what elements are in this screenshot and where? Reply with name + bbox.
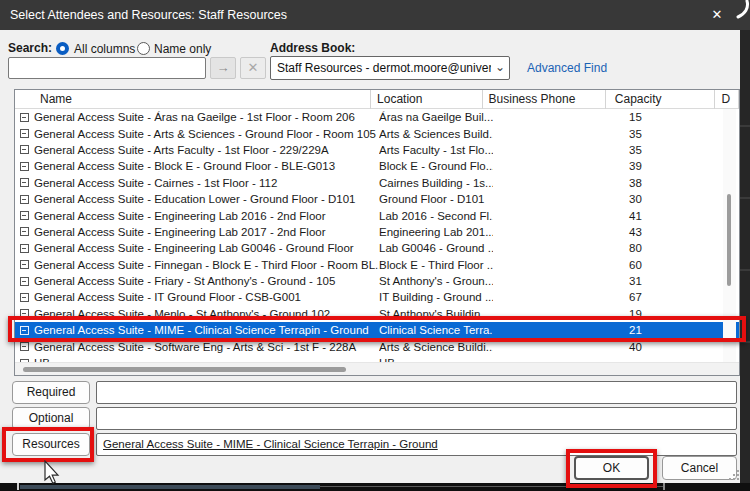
table-row[interactable]: General Access Suite - Software Eng - Ar… xyxy=(15,338,739,354)
cell-name: General Access Suite - Arts & Sciences -… xyxy=(34,128,379,140)
cell-cap: 67 xyxy=(619,291,721,303)
table-row[interactable]: General Access Suite - Áras na Gaeilge -… xyxy=(15,109,739,125)
table-row[interactable]: General Access Suite - Menlo - St Anthon… xyxy=(15,306,739,322)
contact-card-icon xyxy=(20,277,29,286)
cell-name: General Access Suite - Engineering Lab G… xyxy=(34,242,379,254)
ok-button[interactable]: OK xyxy=(574,456,649,480)
select-attendees-dialog: Select Attendees and Resources: Staff Re… xyxy=(0,0,740,483)
contact-card-icon xyxy=(20,260,29,269)
table-row[interactable]: General Access Suite - Engineering Lab 2… xyxy=(15,224,739,240)
optional-button[interactable]: Optional xyxy=(12,407,90,430)
contact-card-icon xyxy=(20,162,29,171)
contact-card-icon xyxy=(20,178,29,187)
table-row[interactable]: General Access Suite - Friary - St Antho… xyxy=(15,273,739,289)
address-book-value: Staff Resources - dermot.moore@universit xyxy=(277,57,491,79)
cell-name: General Access Suite - Menlo - St Anthon… xyxy=(34,308,379,320)
table-row[interactable]: HB ...HB... xyxy=(15,355,739,362)
contact-card-icon xyxy=(20,129,29,138)
cell-loc: Arts Faculty - 1st Flo... xyxy=(379,144,493,156)
table-row[interactable]: General Access Suite - Engineering Lab G… xyxy=(15,240,739,256)
resize-grip-icon[interactable] xyxy=(727,469,740,482)
advanced-find-link[interactable]: Advanced Find xyxy=(527,61,607,75)
cell-loc: Arts & Sciences Build... xyxy=(379,128,493,140)
cell-name: General Access Suite - Friary - St Antho… xyxy=(34,275,379,287)
table-row[interactable]: General Access Suite - Finnegan - Block … xyxy=(15,257,739,273)
address-book-dropdown[interactable]: Staff Resources - dermot.moore@universit… xyxy=(270,56,510,80)
cell-cap: 39 xyxy=(619,160,721,172)
column-header-location[interactable]: Location xyxy=(371,90,483,109)
cell-cap: 15 xyxy=(619,111,721,123)
radio-name-only[interactable] xyxy=(137,42,150,55)
cell-loc: IT Building - Ground ... xyxy=(379,291,493,303)
search-label: Search: xyxy=(8,41,52,55)
resources-button[interactable]: Resources xyxy=(12,433,90,456)
column-header-d[interactable]: D xyxy=(715,90,739,109)
optional-field[interactable] xyxy=(96,407,737,430)
cell-name: General Access Suite - Finnegan - Block … xyxy=(34,259,379,271)
table-row[interactable]: General Access Suite - Engineering Lab 2… xyxy=(15,207,739,223)
table-row[interactable]: General Access Suite - Education Lower -… xyxy=(15,191,739,207)
contact-card-icon xyxy=(20,342,29,351)
cell-loc: Ground Floor - D101 xyxy=(379,193,493,205)
cell-name: General Access Suite - Áras na Gaeilge -… xyxy=(34,111,379,123)
vertical-scrollbar[interactable] xyxy=(723,109,736,362)
cell-loc: Engineering Lab 201... xyxy=(379,226,493,238)
search-input[interactable] xyxy=(8,57,206,79)
cell-cap: 60 xyxy=(619,259,721,271)
close-icon[interactable]: ✕ xyxy=(698,0,736,30)
cell-cap: 35 xyxy=(619,144,721,156)
cell-name: General Access Suite - Engineering Lab 2… xyxy=(34,210,379,222)
list-header-row: NameLocationBusiness PhoneCapacityD xyxy=(15,90,739,109)
cell-loc: Lab G0046 - Ground ... xyxy=(379,242,493,254)
required-button[interactable]: Required xyxy=(12,381,90,404)
cell-cap: 43 xyxy=(619,226,721,238)
cell-loc: Block E - Ground Flo... xyxy=(379,160,493,172)
screen: Select Attendees and Resources: Staff Re… xyxy=(0,0,750,491)
chevron-down-icon: ⌄ xyxy=(495,56,505,78)
contact-card-icon xyxy=(20,211,29,220)
cell-cap: 40 xyxy=(619,341,721,353)
background-right-strip xyxy=(740,30,750,483)
table-row[interactable]: General Access Suite - Cairnes - 1st Flo… xyxy=(15,175,739,191)
cell-name: General Access Suite - Education Lower -… xyxy=(34,193,379,205)
resources-field[interactable]: General Access Suite - MIME - Clinical S… xyxy=(96,433,737,456)
required-field[interactable] xyxy=(96,381,737,404)
horizontal-scrollbar-thumb[interactable] xyxy=(23,367,346,372)
cell-loc: St Anthony's Buildin... xyxy=(379,308,493,320)
table-row[interactable]: General Access Suite - MIME - Clinical S… xyxy=(15,322,739,338)
table-row[interactable]: General Access Suite - Arts Faculty - 1s… xyxy=(15,142,739,158)
background-bottom-strip xyxy=(0,483,750,491)
table-row[interactable]: General Access Suite - Arts & Sciences -… xyxy=(15,125,739,141)
cell-cap: 21 xyxy=(619,324,721,336)
cell-name: General Access Suite - Block E - Ground … xyxy=(34,160,379,172)
column-header-business-phone[interactable]: Business Phone xyxy=(483,90,606,109)
vertical-scrollbar-thumb[interactable] xyxy=(727,194,731,286)
radio-all-columns-label[interactable]: All columns xyxy=(74,42,135,56)
cell-cap: 80 xyxy=(619,242,721,254)
column-header-capacity[interactable]: Capacity xyxy=(606,90,716,109)
list-rows: General Access Suite - Áras na Gaeilge -… xyxy=(15,109,739,362)
search-clear-icon[interactable]: ✕ xyxy=(240,57,266,79)
cancel-button[interactable]: Cancel xyxy=(662,456,737,480)
dialog-titlebar[interactable]: Select Attendees and Resources: Staff Re… xyxy=(0,0,750,30)
cell-name: General Access Suite - Engineering Lab 2… xyxy=(34,226,379,238)
cell-loc: Áras na Gaeilge Buil... xyxy=(379,111,493,123)
contact-card-icon xyxy=(20,145,29,154)
table-row[interactable]: General Access Suite - Block E - Ground … xyxy=(15,158,739,174)
cell-cap: 19 xyxy=(619,308,721,320)
radio-all-columns[interactable] xyxy=(56,42,69,55)
table-row[interactable]: General Access Suite - IT Ground Floor -… xyxy=(15,289,739,305)
search-go-icon[interactable]: → xyxy=(210,57,236,79)
cell-cap: 35 xyxy=(619,128,721,140)
attendee-list[interactable]: NameLocationBusiness PhoneCapacityD Gene… xyxy=(14,89,740,376)
cell-name: General Access Suite - Arts Faculty - 1s… xyxy=(34,144,379,156)
radio-name-only-label[interactable]: Name only xyxy=(154,42,211,56)
cell-cap: 30 xyxy=(619,193,721,205)
contact-card-icon xyxy=(20,227,29,236)
horizontal-scrollbar[interactable] xyxy=(15,362,739,375)
cell-loc: Clinical Science Terra... xyxy=(379,324,493,336)
background-cursor-sliver xyxy=(736,0,750,19)
contact-card-icon xyxy=(20,293,29,302)
column-header-name[interactable]: Name xyxy=(15,90,371,109)
mouse-cursor-icon xyxy=(44,460,60,485)
